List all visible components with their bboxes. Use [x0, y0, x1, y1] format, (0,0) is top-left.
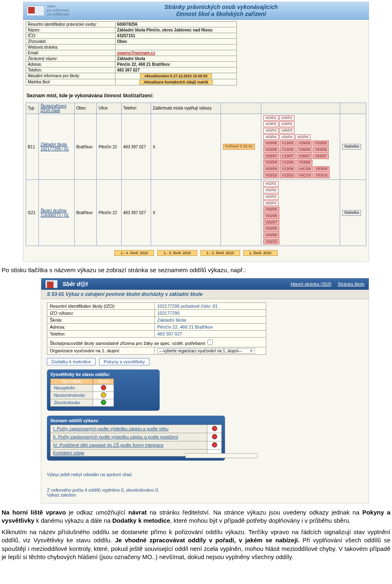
- status-dot-icon: [212, 426, 217, 431]
- status-dot-icon: [212, 434, 217, 439]
- report-pill[interactable]: V02/05: [263, 207, 279, 213]
- info-label: Webová stránka:: [26, 44, 116, 50]
- report-pill[interactable]: V03/05: [263, 141, 279, 146]
- section-link[interactable]: II. Počty zapisovaných podle výsledku zá…: [53, 434, 178, 439]
- status-msg-2: Z celkového počtu 4 oddílů vyplněno 0, z…: [47, 488, 363, 492]
- report-pill[interactable]: V53/07: [313, 154, 329, 159]
- update-button[interactable]: Aktualizace kontaktních údajů matrik: [139, 80, 213, 85]
- report-pill[interactable]: V53/05: [313, 141, 329, 146]
- quarter-button[interactable]: 1.- 4. čtvrtl. 2010: [114, 250, 154, 256]
- email-link[interactable]: zspenc@seznam.cz: [117, 51, 156, 55]
- subtitle-bar: S 53-01 Výkaz o zahájení povinné školní …: [41, 290, 369, 299]
- report-pill[interactable]: V4C/10: [296, 173, 313, 179]
- stat-button[interactable]: Statistika: [342, 144, 361, 150]
- quarter-button[interactable]: 1. čtvrtl. 2010: [243, 250, 278, 256]
- info-label: Adresa:: [26, 61, 116, 67]
- section-cell: Kontaktní údaje: [51, 449, 207, 456]
- sections-title: Seznam oddílů výkazu: [50, 418, 222, 423]
- pills-cell: v03/01v26/01v03/02v26/02v03/03v26/03v03/…: [261, 114, 340, 180]
- report-pill[interactable]: V02/06: [263, 213, 279, 219]
- report-pill[interactable]: V26/05: [296, 141, 312, 146]
- report-pill[interactable]: V02/10: [263, 239, 279, 245]
- report-pill[interactable]: v26/04: [279, 134, 294, 140]
- spec-checkbox[interactable]: [207, 340, 213, 345]
- legend-label: Zkontrolován: [51, 399, 93, 406]
- report-pill[interactable]: V03/07: [263, 154, 279, 159]
- report-pill[interactable]: V03/08: [263, 160, 279, 166]
- table-cell: 483 397 027: [121, 114, 151, 180]
- report-pill[interactable]: v02/01: [263, 181, 278, 187]
- info-value: [115, 44, 237, 50]
- report-pill[interactable]: V26/06: [296, 147, 312, 153]
- report-pill[interactable]: V03/09: [263, 166, 279, 172]
- table-cell: X: [151, 114, 220, 180]
- header-link-school[interactable]: Stránka školy: [338, 282, 365, 286]
- info2-label: Adresa:: [47, 323, 155, 330]
- report-pill[interactable]: v02/03: [263, 194, 278, 200]
- info2-value: 102177295 pořadové číslo: 01: [155, 302, 266, 309]
- info2-value: 102177295: [155, 309, 266, 316]
- report-pill[interactable]: V4C/09: [296, 166, 313, 172]
- report-pill[interactable]: v03/02: [263, 121, 278, 127]
- report-pill[interactable]: V13/10: [280, 173, 296, 179]
- table-header: Zaškrtnutá místa vyplňují výkazy: [151, 103, 220, 114]
- section-link[interactable]: I. Počty zapisovaných podle výsledku záp…: [53, 426, 169, 431]
- report-pill[interactable]: v02/04: [263, 201, 278, 206]
- section-link[interactable]: IV. Postižené děti zapsané do ZŠ podle f…: [53, 443, 163, 448]
- info-label: Název:: [26, 27, 116, 33]
- info-label: Email:: [26, 50, 116, 56]
- school-link[interactable]: Základní škola 102177295 / 01: [40, 142, 69, 151]
- report-pill[interactable]: v03/04: [263, 134, 278, 140]
- report-pill[interactable]: V03/10: [263, 173, 279, 179]
- spec-row: Škola/pracoviště školy samostatně zřízen…: [47, 337, 266, 347]
- report-pill[interactable]: s53/04: [295, 134, 310, 140]
- report-pill[interactable]: V53/09: [314, 166, 330, 172]
- status-dot-icon: [101, 385, 106, 390]
- places-table: TypŠkola/zařízeníIZO/č.částiObecUliceTel…: [26, 103, 366, 246]
- report-pill[interactable]: V53/08: [296, 160, 312, 166]
- report-pill[interactable]: v26/02: [279, 121, 294, 127]
- report-pill[interactable]: V02/09: [263, 233, 279, 238]
- table-header: Obec: [74, 103, 97, 114]
- info-label: Zkrácený název:: [26, 56, 116, 61]
- report-pill[interactable]: V13/08: [280, 160, 296, 166]
- info-label: Aktuální informace pro školy:: [26, 73, 116, 79]
- section-link[interactable]: Kontaktní údaje: [53, 450, 84, 455]
- report-pill[interactable]: V53/06: [313, 147, 329, 153]
- report-pill[interactable]: V03/06: [263, 147, 279, 153]
- quarter-button[interactable]: 1.- 2. čtvrtl. 2010: [200, 250, 240, 256]
- quarter-button[interactable]: 1.- 3. čtvrtl. 2010: [157, 250, 197, 256]
- org-select[interactable]: ---vyberte organizaci vyučování na 1. st…: [157, 348, 255, 354]
- report-pill[interactable]: V13/09: [280, 166, 296, 172]
- report-pill[interactable]: V13/05: [280, 141, 296, 146]
- report-pill[interactable]: V02/07: [263, 220, 279, 226]
- report-pill[interactable]: v26/01: [279, 115, 294, 121]
- pokyny-button[interactable]: Pokyny a vysvětlivky: [99, 358, 149, 365]
- stat-button[interactable]: Statistika: [342, 210, 361, 216]
- report-pill[interactable]: v02/02: [263, 188, 278, 193]
- header-link-main[interactable]: Hlavní stránka (S53): [291, 282, 332, 286]
- report-pill[interactable]: V13/06: [280, 147, 296, 153]
- report-pill[interactable]: v03/03: [263, 128, 278, 134]
- report-pill[interactable]: V13/07: [280, 154, 296, 159]
- app-title: Sběr d@t: [62, 281, 88, 287]
- report-pill[interactable]: v03/01: [263, 115, 278, 121]
- info-label: Telefon:: [26, 67, 116, 73]
- poriz-button[interactable]: Pořízení S 53-01: [223, 144, 255, 150]
- dodatky-button[interactable]: Dodatky k metodice: [47, 358, 96, 365]
- table-cell: Bratříkov: [74, 180, 97, 246]
- org-label: Organizace vyučování na 1. stupni:: [47, 347, 155, 354]
- table-header: [221, 103, 261, 114]
- table-header: [340, 103, 366, 114]
- section-status-cell: [207, 425, 222, 433]
- school-link[interactable]: Školní družina 116300272 / 01: [40, 208, 69, 217]
- entity-info-table: Resortní identifikátor právnické osoby:6…: [26, 21, 237, 85]
- report-pill[interactable]: V26/07: [296, 154, 312, 159]
- legend-table: Stav oddíluIkonaNevyplněnNezkontrolovánZ…: [50, 378, 114, 407]
- report-pill[interactable]: V53/10: [314, 173, 330, 179]
- table-cell: Bratříkov: [74, 114, 97, 180]
- sber-dat-screenshot: Sběr d@t Hlavní stránka (S53) Stránka šk…: [41, 278, 369, 503]
- update-button[interactable]: Aktualizováno k 27.12.2010 10:09:20: [140, 74, 212, 78]
- report-pill[interactable]: v26/03: [279, 128, 294, 134]
- report-pill[interactable]: V02/08: [263, 226, 279, 232]
